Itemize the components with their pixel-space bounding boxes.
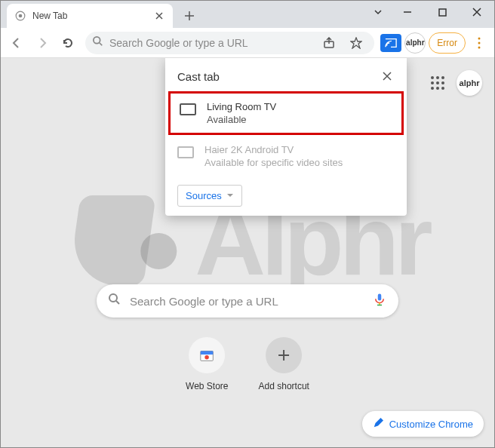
cast-panel-title: Cast tab <box>177 70 220 83</box>
svg-rect-11 <box>201 351 214 355</box>
ntp-search-box[interactable]: Search Google or type a URL <box>97 284 398 318</box>
apps-grid-icon[interactable] <box>431 76 444 90</box>
tab-title: New Tab <box>32 11 147 21</box>
chrome-favicon-icon <box>14 10 26 22</box>
cast-panel-header: Cast tab <box>165 58 407 91</box>
shortcut-label: Web Store <box>186 381 228 391</box>
device-info: Haier 2K Android TV Available for specif… <box>204 144 343 168</box>
tv-icon <box>180 103 196 115</box>
search-placeholder: Search Google or type a URL <box>130 295 364 308</box>
device-name: Living Room TV <box>207 101 276 112</box>
cast-device-haier[interactable]: Haier 2K Android TV Available for specif… <box>165 135 407 177</box>
forward-button[interactable] <box>31 32 54 54</box>
new-tab-page: Alphr alphr Search Google or type a URL … <box>1 58 494 447</box>
browser-tab[interactable]: New Tab <box>7 4 173 28</box>
svg-point-6 <box>478 41 481 44</box>
window-titlebar: New Tab <box>1 1 494 28</box>
cast-panel: Cast tab Living Room TV Available Haier … <box>165 58 407 216</box>
shortcut-add[interactable]: Add shortcut <box>259 337 309 391</box>
svg-point-8 <box>109 294 117 302</box>
error-button[interactable]: Error <box>429 32 466 54</box>
customize-label: Customize Chrome <box>389 419 473 430</box>
device-name: Haier 2K Android TV <box>204 144 343 155</box>
tv-icon <box>177 146 194 158</box>
back-button[interactable] <box>5 32 28 54</box>
pencil-icon <box>373 418 383 431</box>
svg-point-3 <box>94 36 100 43</box>
ntp-header-icons: alphr <box>431 70 482 96</box>
cast-icon[interactable] <box>380 34 401 52</box>
ntp-shortcuts: Web Store Add shortcut <box>186 337 309 391</box>
customize-chrome-button[interactable]: Customize Chrome <box>362 411 484 437</box>
profile-badge[interactable]: alphr <box>404 32 426 54</box>
chevron-down-icon <box>226 190 234 201</box>
reload-button[interactable] <box>57 32 79 54</box>
window-dropdown-icon[interactable] <box>366 1 390 23</box>
share-icon[interactable] <box>318 32 340 54</box>
shortcut-label: Add shortcut <box>259 381 309 391</box>
search-icon <box>109 293 121 308</box>
menu-dots-icon[interactable] <box>469 32 490 54</box>
tab-close-icon[interactable] <box>153 10 165 22</box>
device-status: Available for specific video sites <box>204 157 343 168</box>
svg-point-5 <box>478 37 481 39</box>
window-maximize-button[interactable] <box>425 1 460 23</box>
window-minimize-button[interactable] <box>390 1 425 23</box>
window-close-button[interactable] <box>460 1 494 23</box>
cast-device-living-room[interactable]: Living Room TV Available <box>168 91 404 135</box>
device-status: Available <box>207 114 276 125</box>
voice-search-icon[interactable] <box>373 293 386 309</box>
sources-label: Sources <box>186 190 222 201</box>
svg-point-12 <box>205 355 210 360</box>
plus-icon <box>266 337 302 373</box>
svg-point-7 <box>478 46 481 48</box>
svg-rect-9 <box>378 294 382 301</box>
new-tab-button[interactable] <box>179 5 200 26</box>
bookmark-star-icon[interactable] <box>346 32 367 54</box>
browser-toolbar: Search Google or type a URL alphr Error <box>1 28 494 58</box>
shortcut-web-store[interactable]: Web Store <box>186 337 228 391</box>
svg-point-1 <box>19 14 23 18</box>
sources-dropdown[interactable]: Sources <box>177 185 242 207</box>
svg-rect-2 <box>439 9 446 16</box>
close-icon[interactable] <box>380 69 395 84</box>
profile-avatar[interactable]: alphr <box>457 70 482 96</box>
address-bar-placeholder: Search Google or type a URL <box>109 37 312 49</box>
web-store-icon <box>189 337 225 373</box>
device-info: Living Room TV Available <box>207 101 276 125</box>
search-icon <box>93 36 103 50</box>
address-bar[interactable]: Search Google or type a URL <box>85 32 374 54</box>
window-controls <box>366 1 494 23</box>
